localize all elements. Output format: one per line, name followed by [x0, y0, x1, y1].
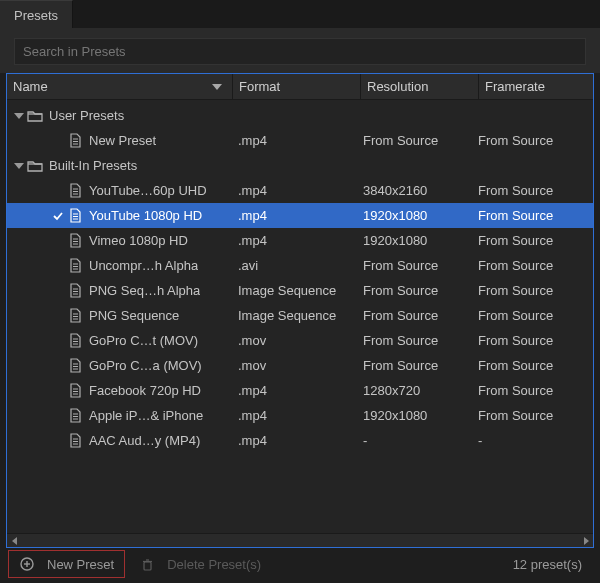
- preset-resolution: 1920x1080: [357, 208, 472, 223]
- tab-bar: Presets: [0, 0, 600, 28]
- preset-resolution: From Source: [357, 333, 472, 348]
- preset-row[interactable]: PNG SequenceImage SequenceFrom SourceFro…: [7, 303, 593, 328]
- file-icon: [67, 133, 83, 149]
- check-placeholder: [51, 234, 65, 248]
- preset-group[interactable]: User Presets: [7, 103, 593, 128]
- check-placeholder: [51, 284, 65, 298]
- preset-row[interactable]: Apple iP…& iPhone.mp41920x1080From Sourc…: [7, 403, 593, 428]
- preset-format: .mp4: [232, 408, 357, 423]
- horizontal-scrollbar[interactable]: [7, 533, 593, 547]
- delete-preset-button[interactable]: Delete Preset(s): [129, 551, 271, 577]
- preset-format: .mp4: [232, 433, 357, 448]
- column-header-format[interactable]: Format: [235, 79, 360, 94]
- preset-name: New Preset: [89, 133, 156, 148]
- search-input[interactable]: [14, 38, 586, 65]
- new-preset-label: New Preset: [47, 557, 114, 572]
- delete-preset-label: Delete Preset(s): [167, 557, 261, 572]
- check-icon: [51, 209, 65, 223]
- preset-framerate: From Source: [472, 233, 593, 248]
- preset-row[interactable]: Facebook 720p HD.mp41280x720From Source: [7, 378, 593, 403]
- preset-row[interactable]: YouTube 1080p HD.mp41920x1080From Source: [7, 203, 593, 228]
- preset-resolution: 1280x720: [357, 383, 472, 398]
- trash-icon: [139, 556, 155, 572]
- column-header-framerate[interactable]: Framerate: [481, 79, 593, 94]
- grid-header: Name Format Resolution Framerate: [7, 74, 593, 100]
- svg-rect-39: [144, 562, 151, 570]
- presets-panel: Presets Name Format Resolution Framerate…: [0, 0, 600, 583]
- column-header-name-label: Name: [13, 79, 48, 94]
- check-placeholder: [51, 259, 65, 273]
- preset-format: .mp4: [232, 383, 357, 398]
- preset-resolution: -: [357, 433, 472, 448]
- search-wrap: [0, 28, 600, 73]
- folder-icon: [27, 158, 43, 174]
- preset-format: .mov: [232, 333, 357, 348]
- scroll-left-button[interactable]: [7, 534, 21, 548]
- chevron-right-icon: [584, 537, 589, 545]
- preset-group[interactable]: Built-In Presets: [7, 153, 593, 178]
- file-icon: [67, 333, 83, 349]
- plus-circle-icon: [19, 556, 35, 572]
- preset-row[interactable]: YouTube…60p UHD.mp43840x2160From Source: [7, 178, 593, 203]
- preset-name: YouTube 1080p HD: [89, 208, 202, 223]
- preset-framerate: From Source: [472, 208, 593, 223]
- expand-toggle-icon[interactable]: [13, 160, 25, 172]
- check-placeholder: [51, 334, 65, 348]
- preset-row[interactable]: Vimeo 1080p HD.mp41920x1080From Source: [7, 228, 593, 253]
- preset-name: PNG Seq…h Alpha: [89, 283, 200, 298]
- preset-resolution: 1920x1080: [357, 408, 472, 423]
- file-icon: [67, 283, 83, 299]
- preset-row[interactable]: GoPro C…t (MOV).movFrom SourceFrom Sourc…: [7, 328, 593, 353]
- preset-name: Uncompr…h Alpha: [89, 258, 198, 273]
- preset-row[interactable]: New Preset.mp4From SourceFrom Source: [7, 128, 593, 153]
- preset-framerate: From Source: [472, 383, 593, 398]
- check-placeholder: [51, 434, 65, 448]
- preset-row[interactable]: Uncompr…h Alpha.aviFrom SourceFrom Sourc…: [7, 253, 593, 278]
- preset-row[interactable]: GoPro C…a (MOV).movFrom SourceFrom Sourc…: [7, 353, 593, 378]
- folder-icon: [27, 108, 43, 124]
- new-preset-button[interactable]: New Preset: [8, 550, 125, 578]
- group-label: User Presets: [49, 108, 124, 123]
- file-icon: [67, 383, 83, 399]
- preset-row[interactable]: PNG Seq…h AlphaImage SequenceFrom Source…: [7, 278, 593, 303]
- preset-resolution: From Source: [357, 258, 472, 273]
- check-placeholder: [51, 309, 65, 323]
- scroll-right-button[interactable]: [579, 534, 593, 548]
- preset-format: .mp4: [232, 233, 357, 248]
- bottom-bar: New Preset Delete Preset(s) 12 preset(s): [0, 548, 600, 580]
- preset-name: AAC Aud…y (MP4): [89, 433, 200, 448]
- presets-tree: User PresetsNew Preset.mp4From SourceFro…: [7, 100, 593, 533]
- preset-framerate: From Source: [472, 258, 593, 273]
- file-icon: [67, 358, 83, 374]
- preset-framerate: From Source: [472, 408, 593, 423]
- expand-toggle-icon[interactable]: [13, 110, 25, 122]
- preset-framerate: From Source: [472, 133, 593, 148]
- preset-framerate: From Source: [472, 358, 593, 373]
- preset-name: PNG Sequence: [89, 308, 179, 323]
- file-icon: [67, 233, 83, 249]
- preset-resolution: From Source: [357, 358, 472, 373]
- preset-framerate: From Source: [472, 333, 593, 348]
- preset-name: GoPro C…a (MOV): [89, 358, 202, 373]
- preset-row[interactable]: AAC Aud…y (MP4).mp4--: [7, 428, 593, 453]
- preset-name: Apple iP…& iPhone: [89, 408, 203, 423]
- preset-format: .mov: [232, 358, 357, 373]
- preset-resolution: From Source: [357, 283, 472, 298]
- column-header-resolution[interactable]: Resolution: [363, 79, 478, 94]
- file-icon: [67, 208, 83, 224]
- tab-presets[interactable]: Presets: [0, 0, 73, 28]
- presets-grid: Name Format Resolution Framerate User Pr…: [6, 73, 594, 548]
- preset-framerate: From Source: [472, 283, 593, 298]
- sort-desc-icon: [212, 84, 222, 90]
- check-placeholder: [51, 184, 65, 198]
- check-placeholder: [51, 384, 65, 398]
- preset-format: .mp4: [232, 208, 357, 223]
- column-header-name[interactable]: Name: [7, 79, 232, 94]
- preset-framerate: -: [472, 433, 593, 448]
- preset-format: .mp4: [232, 133, 357, 148]
- file-icon: [67, 183, 83, 199]
- chevron-left-icon: [12, 537, 17, 545]
- preset-framerate: From Source: [472, 308, 593, 323]
- preset-format: .mp4: [232, 183, 357, 198]
- preset-format: Image Sequence: [232, 283, 357, 298]
